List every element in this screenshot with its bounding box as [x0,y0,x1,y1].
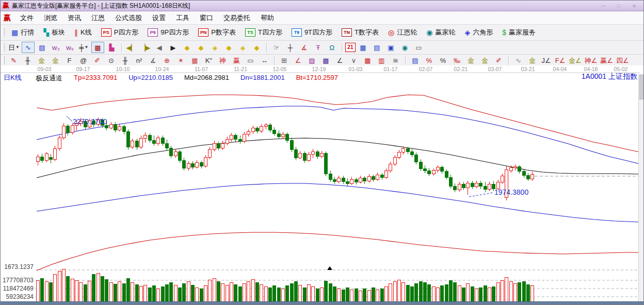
9t-square-button[interactable]: T99T四方形 [287,28,337,37]
compress-view-icon[interactable]: ◆ [222,42,235,53]
kline-chart[interactable]: 09-0309-1710-1010-2411-0711-2112-0512-19… [1,65,644,305]
candle-type-dropdown-icon[interactable]: ╪▼ [77,42,90,53]
trend-angle-icon[interactable]: ∠ [333,55,346,66]
next-page-icon[interactable]: ▶ [167,42,180,53]
t-square-button[interactable]: TST四方形 [240,28,287,37]
target-cross-icon[interactable]: ⊕ [160,55,173,66]
gann-wheel-button[interactable]: ◎江恩轮 [383,28,422,37]
marker-pen-icon[interactable]: ✐ [492,55,505,66]
spiral-icon[interactable]: @ [77,55,90,66]
menu-item-3[interactable]: 江恩 [86,13,110,23]
hexagon-button[interactable]: ◈六角形 [460,28,497,37]
gold-angle-box-icon[interactable]: 金 [526,55,539,66]
shen-tool-icon[interactable]: 神 [216,55,229,66]
thinking-tool-icon[interactable]: Ω [326,42,339,53]
menu-item-4[interactable]: 公式选股 [110,13,147,23]
vertical-scrollbar[interactable] [638,74,643,302]
fit-view-icon[interactable]: ◆ [250,42,263,53]
print-icon[interactable]: ▭ [412,42,425,53]
menu-item-2[interactable]: 资讯 [62,13,86,23]
first-page-icon[interactable]: ◀▏ [125,42,138,53]
parallel-lines-icon[interactable]: ≋ [389,55,402,66]
winner-service-button[interactable]: $赢家服务 [497,28,540,37]
shen-angle-line-icon[interactable]: 神∠ [584,55,599,66]
fan-box-icon[interactable]: ▩ [319,55,332,66]
fan-box-purple-icon[interactable]: ▨ [305,55,318,66]
crosshair-icon[interactable]: ┼ [284,42,297,53]
wave-count-3-icon[interactable]: w₃ [50,42,62,53]
volume-profile-icon[interactable]: ▙ [105,42,118,53]
prev-page-icon[interactable]: ◀ [153,42,166,53]
toolbar-grip[interactable] [2,28,5,37]
k-mark-icon[interactable]: K" [202,55,215,66]
close-button[interactable]: ✕ [630,3,638,9]
9p-square-button[interactable]: P99P四方形 [143,28,194,37]
time-fence-2-icon[interactable]: ╫ [119,55,132,66]
wave-check-icon[interactable]: ∨ [347,55,360,66]
winner-wheel-button[interactable]: ◉赢家轮 [422,28,460,37]
win-angle-line-icon[interactable]: 赢∠ [599,55,614,66]
gold-ratio-1-icon[interactable]: 金 [35,55,48,66]
menu-item-8[interactable]: 交易委托 [218,13,255,23]
gold-ratio-2-icon[interactable]: 金 [49,55,62,66]
calendar-icon[interactable]: 21 [345,43,356,52]
wave-overlay-icon[interactable]: ∿ [512,55,525,66]
time-fence-1-icon[interactable]: ╫ [21,55,34,66]
angle-ruler-icon[interactable]: ∡ [147,55,159,66]
right-angle-frame-icon[interactable]: ⊞ [278,55,291,66]
network-icon[interactable]: ◉ [398,42,411,53]
info-panel-icon[interactable]: ▤ [36,42,49,53]
measure-pen-icon[interactable]: ✐ [91,55,104,66]
pattern-marker-icon[interactable]: ▩ [91,42,104,53]
expand-view-icon[interactable]: ◈ [236,42,249,53]
four-angle-line-icon[interactable]: 四∠ [615,55,630,66]
calculator-icon[interactable]: ▦ [357,42,369,53]
period-style-dropdown-icon[interactable]: 日▼ [7,42,21,53]
percent-icon[interactable]: % [437,55,449,66]
grid-box-icon[interactable]: ▥ [375,55,388,66]
menu-item-5[interactable]: 设置 [147,13,171,23]
grid-red-icon[interactable]: ▦ [361,55,374,66]
wave-count-9-icon[interactable]: w₉ [63,42,76,53]
p-number-table-button[interactable]: PNP数字表 [194,28,240,37]
last-page-icon[interactable]: ▕▶ [139,42,152,53]
quotes-button[interactable]: ▦行情 [7,28,39,37]
permille-line-icon[interactable]: ‰ [450,55,463,66]
zigzag-tool-icon[interactable]: ∿ [22,42,35,53]
maximize-button[interactable]: □ [615,3,623,9]
brush-icon[interactable]: ✎ [7,55,20,66]
fibo-fence-icon[interactable]: F [63,55,76,66]
time-cycle-icon[interactable]: ⊙ [105,55,118,66]
j-angle-line-icon[interactable]: J∠ [540,55,553,66]
shrink-left-icon[interactable]: ◆ [181,42,194,53]
f-angle-line-icon[interactable]: F∠ [554,55,567,66]
n-square-icon[interactable]: n² [133,55,146,66]
shrink-right-icon[interactable]: ◆ [195,42,207,53]
gann-tool-purple-icon[interactable]: Ŧ [312,42,325,53]
gold-lines-icon[interactable]: 金 [478,55,491,66]
menu-item-9[interactable]: 帮助 [255,13,279,23]
gann-fan-red-icon[interactable]: ∠ [292,55,304,66]
menu-item-0[interactable]: 文件 [15,13,39,23]
pan-hand-icon[interactable]: ☞ [270,42,283,53]
stats-table-icon[interactable]: ▤ [409,55,422,66]
ruler-icon[interactable]: ▭ [244,55,257,66]
gold-angle-line-icon[interactable]: 金∠ [568,55,583,66]
h-measure-icon[interactable]: ↔ [258,55,271,66]
win-tool-icon[interactable]: 赢 [230,55,243,66]
save-icon[interactable]: ▣ [384,42,397,53]
t-number-table-button[interactable]: TNT数字表 [337,28,383,37]
scrollbar-thumb[interactable] [639,75,643,99]
gold-circle-icon[interactable]: 金 [464,55,477,66]
notes-icon[interactable]: ▤ [371,42,383,53]
toolbar-grip[interactable] [2,43,5,52]
expand-horizontal-icon[interactable]: ◈ [208,42,221,53]
angle-measure-icon[interactable]: ∡ [298,42,311,53]
sectors-button[interactable]: ▚板块 [39,28,70,37]
minimize-button[interactable]: ─ [599,3,607,9]
kline-button[interactable]: ∥K线 [70,28,96,37]
menu-item-1[interactable]: 浏览 [39,13,62,23]
box-grid-icon[interactable]: ▦ [188,55,201,66]
menu-item-7[interactable]: 窗口 [195,13,218,23]
toolbar-grip[interactable] [2,56,5,64]
